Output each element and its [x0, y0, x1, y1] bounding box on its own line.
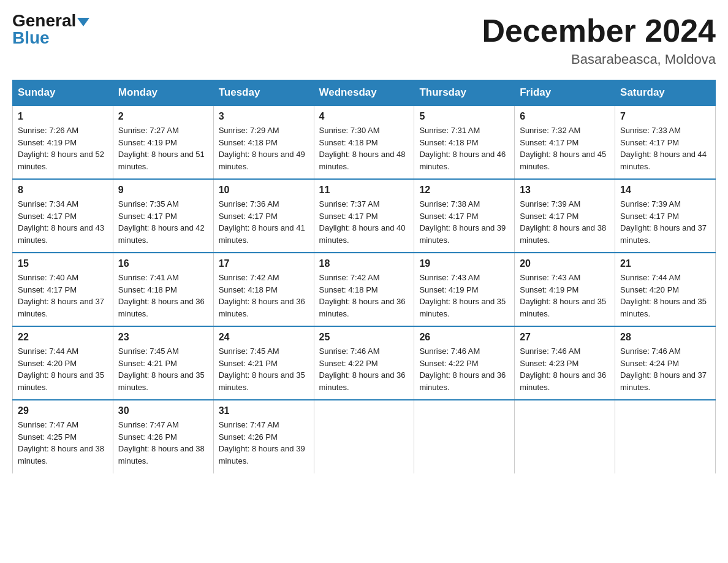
day-number: 22 — [18, 332, 108, 343]
day-info: Sunrise: 7:46 AMSunset: 4:23 PMDaylight:… — [520, 347, 606, 392]
day-info: Sunrise: 7:40 AMSunset: 4:17 PMDaylight:… — [18, 273, 104, 318]
day-info: Sunrise: 7:34 AMSunset: 4:17 PMDaylight:… — [18, 199, 104, 245]
calendar-week-3: 15 Sunrise: 7:40 AMSunset: 4:17 PMDaylig… — [13, 253, 716, 326]
logo-arrow-icon — [77, 18, 89, 26]
calendar-cell — [314, 400, 414, 473]
day-info: Sunrise: 7:44 AMSunset: 4:20 PMDaylight:… — [18, 347, 104, 392]
header-friday: Friday — [515, 80, 615, 106]
day-number: 5 — [419, 111, 509, 122]
day-number: 7 — [620, 111, 710, 122]
calendar-cell: 22 Sunrise: 7:44 AMSunset: 4:20 PMDaylig… — [13, 326, 113, 400]
calendar-cell: 3 Sunrise: 7:29 AMSunset: 4:18 PMDayligh… — [213, 105, 314, 179]
calendar-cell: 9 Sunrise: 7:35 AMSunset: 4:17 PMDayligh… — [113, 179, 213, 253]
day-info: Sunrise: 7:47 AMSunset: 4:26 PMDaylight:… — [118, 420, 205, 465]
day-info: Sunrise: 7:32 AMSunset: 4:17 PMDaylight:… — [520, 126, 606, 171]
day-info: Sunrise: 7:36 AMSunset: 4:17 PMDaylight:… — [219, 199, 305, 245]
day-number: 25 — [319, 332, 409, 343]
logo-blue-text: Blue — [12, 29, 50, 47]
header-saturday: Saturday — [615, 80, 716, 106]
day-info: Sunrise: 7:37 AMSunset: 4:17 PMDaylight:… — [319, 199, 406, 245]
calendar-cell: 20 Sunrise: 7:43 AMSunset: 4:19 PMDaylig… — [515, 253, 615, 326]
logo-text: General — [12, 12, 89, 29]
day-number: 9 — [118, 185, 208, 196]
calendar-cell: 7 Sunrise: 7:33 AMSunset: 4:17 PMDayligh… — [615, 105, 716, 179]
calendar-cell: 8 Sunrise: 7:34 AMSunset: 4:17 PMDayligh… — [13, 179, 113, 253]
day-number: 23 — [118, 332, 208, 343]
day-info: Sunrise: 7:46 AMSunset: 4:22 PMDaylight:… — [419, 347, 506, 392]
calendar-cell: 14 Sunrise: 7:39 AMSunset: 4:17 PMDaylig… — [615, 179, 716, 253]
calendar-cell — [515, 400, 615, 473]
calendar-cell: 27 Sunrise: 7:46 AMSunset: 4:23 PMDaylig… — [515, 326, 615, 400]
day-number: 2 — [118, 111, 208, 122]
day-number: 31 — [219, 405, 309, 416]
main-title: December 2024 — [482, 12, 716, 49]
day-number: 3 — [219, 111, 309, 122]
day-number: 17 — [219, 258, 309, 269]
day-number: 20 — [520, 258, 610, 269]
day-info: Sunrise: 7:47 AMSunset: 4:26 PMDaylight:… — [219, 420, 305, 465]
calendar-cell: 26 Sunrise: 7:46 AMSunset: 4:22 PMDaylig… — [414, 326, 515, 400]
day-info: Sunrise: 7:47 AMSunset: 4:25 PMDaylight:… — [18, 420, 104, 465]
calendar-cell — [414, 400, 515, 473]
day-info: Sunrise: 7:27 AMSunset: 4:19 PMDaylight:… — [118, 126, 205, 171]
calendar-cell: 12 Sunrise: 7:38 AMSunset: 4:17 PMDaylig… — [414, 179, 515, 253]
calendar-cell: 31 Sunrise: 7:47 AMSunset: 4:26 PMDaylig… — [213, 400, 314, 473]
calendar-cell: 17 Sunrise: 7:42 AMSunset: 4:18 PMDaylig… — [213, 253, 314, 326]
day-info: Sunrise: 7:39 AMSunset: 4:17 PMDaylight:… — [520, 199, 606, 245]
calendar-body: 1 Sunrise: 7:26 AMSunset: 4:19 PMDayligh… — [13, 105, 716, 473]
calendar-cell: 21 Sunrise: 7:44 AMSunset: 4:20 PMDaylig… — [615, 253, 716, 326]
calendar-cell: 30 Sunrise: 7:47 AMSunset: 4:26 PMDaylig… — [113, 400, 213, 473]
calendar-header: Sunday Monday Tuesday Wednesday Thursday… — [13, 80, 716, 106]
header-row: Sunday Monday Tuesday Wednesday Thursday… — [13, 80, 716, 106]
day-number: 27 — [520, 332, 610, 343]
day-number: 12 — [419, 185, 509, 196]
day-number: 24 — [219, 332, 309, 343]
header-sunday: Sunday — [13, 80, 113, 106]
day-number: 10 — [219, 185, 309, 196]
day-number: 4 — [319, 111, 409, 122]
day-info: Sunrise: 7:46 AMSunset: 4:22 PMDaylight:… — [319, 347, 406, 392]
day-info: Sunrise: 7:35 AMSunset: 4:17 PMDaylight:… — [118, 199, 205, 245]
calendar-week-5: 29 Sunrise: 7:47 AMSunset: 4:25 PMDaylig… — [13, 400, 716, 473]
calendar-week-2: 8 Sunrise: 7:34 AMSunset: 4:17 PMDayligh… — [13, 179, 716, 253]
day-number: 13 — [520, 185, 610, 196]
day-info: Sunrise: 7:33 AMSunset: 4:17 PMDaylight:… — [620, 126, 707, 171]
calendar-cell: 6 Sunrise: 7:32 AMSunset: 4:17 PMDayligh… — [515, 105, 615, 179]
day-number: 28 — [620, 332, 710, 343]
day-info: Sunrise: 7:30 AMSunset: 4:18 PMDaylight:… — [319, 126, 406, 171]
day-info: Sunrise: 7:42 AMSunset: 4:18 PMDaylight:… — [219, 273, 305, 318]
calendar-table: Sunday Monday Tuesday Wednesday Thursday… — [12, 80, 716, 473]
day-number: 15 — [18, 258, 108, 269]
calendar-cell: 13 Sunrise: 7:39 AMSunset: 4:17 PMDaylig… — [515, 179, 615, 253]
calendar-cell: 25 Sunrise: 7:46 AMSunset: 4:22 PMDaylig… — [314, 326, 414, 400]
day-info: Sunrise: 7:29 AMSunset: 4:18 PMDaylight:… — [219, 126, 305, 171]
logo-blue: Blue — [12, 28, 50, 47]
calendar-cell: 11 Sunrise: 7:37 AMSunset: 4:17 PMDaylig… — [314, 179, 414, 253]
day-info: Sunrise: 7:45 AMSunset: 4:21 PMDaylight:… — [219, 347, 305, 392]
calendar-cell: 19 Sunrise: 7:43 AMSunset: 4:19 PMDaylig… — [414, 253, 515, 326]
calendar-cell: 2 Sunrise: 7:27 AMSunset: 4:19 PMDayligh… — [113, 105, 213, 179]
day-number: 1 — [18, 111, 108, 122]
calendar-cell: 5 Sunrise: 7:31 AMSunset: 4:18 PMDayligh… — [414, 105, 515, 179]
day-number: 11 — [319, 185, 409, 196]
calendar-cell: 24 Sunrise: 7:45 AMSunset: 4:21 PMDaylig… — [213, 326, 314, 400]
calendar-cell: 18 Sunrise: 7:42 AMSunset: 4:18 PMDaylig… — [314, 253, 414, 326]
day-info: Sunrise: 7:26 AMSunset: 4:19 PMDaylight:… — [18, 126, 104, 171]
day-info: Sunrise: 7:42 AMSunset: 4:18 PMDaylight:… — [319, 273, 406, 318]
calendar-week-1: 1 Sunrise: 7:26 AMSunset: 4:19 PMDayligh… — [13, 105, 716, 179]
day-number: 16 — [118, 258, 208, 269]
logo-general: General — [12, 11, 76, 30]
day-info: Sunrise: 7:45 AMSunset: 4:21 PMDaylight:… — [118, 347, 205, 392]
logo: General Blue — [12, 12, 89, 47]
day-number: 8 — [18, 185, 108, 196]
page-header: General Blue December 2024 Basarabeasca,… — [12, 12, 716, 67]
calendar-cell: 15 Sunrise: 7:40 AMSunset: 4:17 PMDaylig… — [13, 253, 113, 326]
day-info: Sunrise: 7:43 AMSunset: 4:19 PMDaylight:… — [419, 273, 506, 318]
calendar-week-4: 22 Sunrise: 7:44 AMSunset: 4:20 PMDaylig… — [13, 326, 716, 400]
header-thursday: Thursday — [414, 80, 515, 106]
day-number: 30 — [118, 405, 208, 416]
calendar-cell: 10 Sunrise: 7:36 AMSunset: 4:17 PMDaylig… — [213, 179, 314, 253]
day-number: 19 — [419, 258, 509, 269]
day-number: 29 — [18, 405, 108, 416]
header-tuesday: Tuesday — [213, 80, 314, 106]
